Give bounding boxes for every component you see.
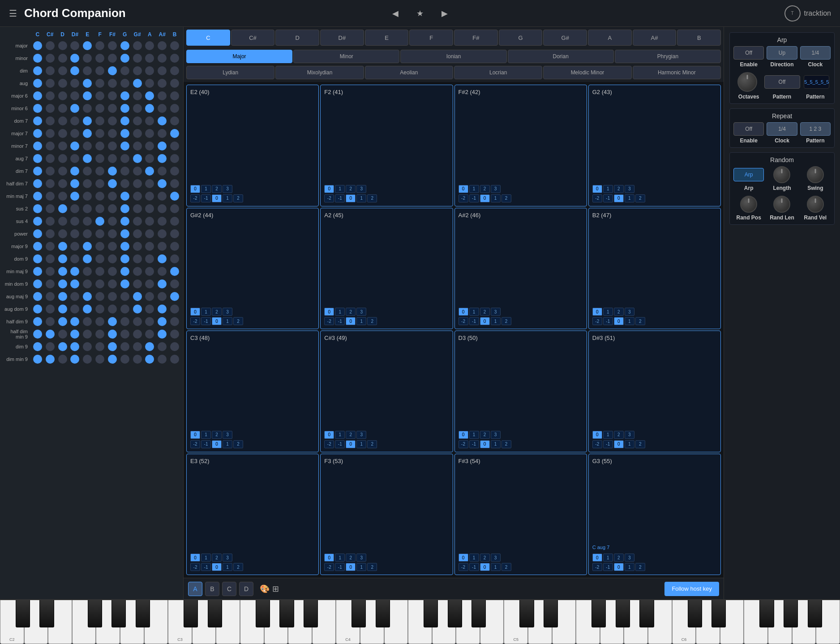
chord-dot[interactable] <box>120 154 129 163</box>
chord-dot[interactable] <box>70 229 79 238</box>
key-btn-Ds[interactable]: D# <box>320 30 364 46</box>
chord-card-11[interactable]: D#3 (51)0123-2-1012 <box>588 331 721 452</box>
black-key-A#2[interactable] <box>136 600 150 627</box>
chord-card-13[interactable]: F3 (53)0123-2-1012 <box>320 454 453 575</box>
chord-dot[interactable] <box>145 66 154 75</box>
vel-btn-2[interactable]: 2 <box>346 554 356 562</box>
key-btn-C[interactable]: C <box>186 30 230 46</box>
chord-dot[interactable] <box>83 179 92 188</box>
chord-dot[interactable] <box>145 342 154 351</box>
vel-btn-2[interactable]: 2 <box>635 440 645 448</box>
vel-btn-2[interactable]: 2 <box>346 308 356 316</box>
chord-dot[interactable] <box>95 317 104 326</box>
chord-dot[interactable] <box>46 79 55 88</box>
vel-btn-2[interactable]: 2 <box>367 440 377 448</box>
chord-dot[interactable] <box>83 292 92 301</box>
chord-dot[interactable] <box>83 116 92 125</box>
chord-dot[interactable] <box>70 91 79 100</box>
vel-btn-0[interactable]: 0 <box>212 194 222 202</box>
vel-btn-0[interactable]: 0 <box>324 554 334 562</box>
chord-dot[interactable] <box>83 79 92 88</box>
black-key-C#2[interactable] <box>16 600 30 627</box>
chord-dot[interactable] <box>170 79 179 88</box>
chord-dot[interactable] <box>145 292 154 301</box>
vel-btn-2[interactable]: 2 <box>614 308 624 316</box>
chord-dot[interactable] <box>70 355 79 364</box>
chord-dot[interactable] <box>33 242 42 251</box>
arp-direction-up-btn[interactable]: Up <box>767 46 797 60</box>
black-key-F#4[interactable] <box>424 600 438 627</box>
vel-btn-m1[interactable]: -1 <box>603 440 613 448</box>
chord-dot[interactable] <box>46 179 55 188</box>
chord-card-14[interactable]: F#3 (54)0123-2-1012 <box>454 454 587 575</box>
vel-btn-m2[interactable]: -2 <box>459 194 468 202</box>
chord-dot[interactable] <box>70 116 79 125</box>
chord-dot[interactable] <box>145 229 154 238</box>
chord-dot[interactable] <box>83 229 92 238</box>
chord-dot[interactable] <box>46 192 55 201</box>
vel-btn-m1[interactable]: -1 <box>201 317 211 325</box>
chord-card-3[interactable]: G2 (43)0123-2-1012 <box>588 85 721 206</box>
chord-dot[interactable] <box>33 217 42 226</box>
chord-dot[interactable] <box>170 204 179 213</box>
vel-btn-0[interactable]: 0 <box>346 317 356 325</box>
chord-dot[interactable] <box>133 330 142 339</box>
vel-btn-m2[interactable]: -2 <box>592 563 602 571</box>
chord-dot[interactable] <box>133 129 142 138</box>
octaves-knob[interactable] <box>737 72 757 92</box>
black-key-C#5[interactable] <box>519 600 534 627</box>
chord-dot[interactable] <box>33 192 42 201</box>
chord-dot[interactable] <box>83 129 92 138</box>
vel-btn-2[interactable]: 2 <box>233 317 243 325</box>
sliders-icon[interactable]: ⊞ <box>272 584 279 594</box>
vel-btn-1[interactable]: 1 <box>335 308 345 316</box>
vel-btn-1[interactable]: 1 <box>603 308 613 316</box>
black-key-A#3[interactable] <box>304 600 318 627</box>
chord-card-6[interactable]: A#2 (46)0123-2-1012 <box>454 208 587 330</box>
vel-btn-0[interactable]: 0 <box>324 431 334 439</box>
vel-btn-2[interactable]: 2 <box>501 194 511 202</box>
key-btn-Cs[interactable]: C# <box>231 30 275 46</box>
chord-dot[interactable] <box>70 330 79 339</box>
chord-dot[interactable] <box>33 104 42 113</box>
scale-btn-phrygian[interactable]: Phrygian <box>615 50 721 63</box>
black-key-C#3[interactable] <box>184 600 198 627</box>
chord-dot[interactable] <box>108 242 117 251</box>
chord-dot[interactable] <box>145 116 154 125</box>
vel-btn-m1[interactable]: -1 <box>603 194 613 202</box>
chord-dot[interactable] <box>133 317 142 326</box>
chord-dot[interactable] <box>95 142 104 150</box>
vel-btn-1[interactable]: 1 <box>223 563 232 571</box>
vel-btn-0[interactable]: 0 <box>190 308 200 316</box>
chord-dot[interactable] <box>133 79 142 88</box>
chord-dot[interactable] <box>58 242 67 251</box>
chord-dot[interactable] <box>120 229 129 238</box>
chord-dot[interactable] <box>83 167 92 176</box>
chord-dot[interactable] <box>170 129 179 138</box>
key-btn-D[interactable]: D <box>275 30 319 46</box>
vel-btn-2[interactable]: 2 <box>233 563 243 571</box>
chord-dot[interactable] <box>58 179 67 188</box>
vel-btn-1[interactable]: 1 <box>603 185 613 193</box>
black-key-A#4[interactable] <box>471 600 486 627</box>
vel-btn-1[interactable]: 1 <box>356 440 366 448</box>
vel-btn-m2[interactable]: -2 <box>324 563 334 571</box>
vel-btn-2[interactable]: 2 <box>635 563 645 571</box>
chord-dot[interactable] <box>95 192 104 201</box>
vel-btn-1[interactable]: 1 <box>201 308 211 316</box>
vel-btn-2[interactable]: 2 <box>367 317 377 325</box>
chord-dot[interactable] <box>58 229 67 238</box>
chord-dot[interactable] <box>58 279 67 288</box>
chord-dot[interactable] <box>108 254 117 263</box>
chord-dot[interactable] <box>33 91 42 100</box>
chord-dot[interactable] <box>120 355 129 364</box>
chord-dot[interactable] <box>33 129 42 138</box>
black-key-F#6[interactable] <box>759 600 774 627</box>
vel-btn-2[interactable]: 2 <box>346 185 356 193</box>
chord-dot[interactable] <box>83 217 92 226</box>
chord-dot[interactable] <box>133 279 142 288</box>
chord-dot[interactable] <box>120 104 129 113</box>
chord-dot[interactable] <box>95 154 104 163</box>
chord-card-12[interactable]: E3 (52)0123-2-1012 <box>186 454 319 575</box>
chord-dot[interactable] <box>33 305 42 313</box>
